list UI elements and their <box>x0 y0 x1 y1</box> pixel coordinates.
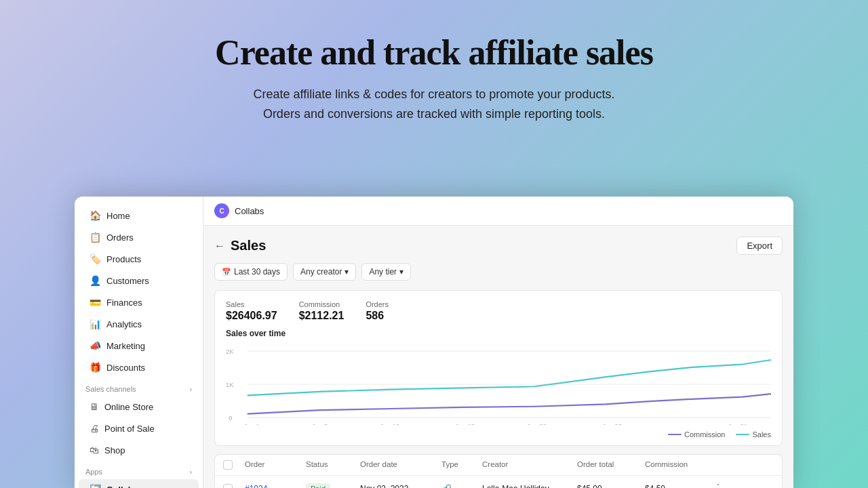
table-row: #1024 Paid Nov 02, 2023 🔗 Lella-Mae Hall… <box>215 476 782 488</box>
sidebar-item-orders[interactable]: 📋 Orders <box>79 227 199 247</box>
link-icon: 🔗 <box>441 484 452 489</box>
sidebar: 🏠 Home 📋 Orders 🏷️ Products 👤 Customers … <box>75 197 203 488</box>
sidebar-item-customers[interactable]: 👤 Customers <box>79 270 199 291</box>
sidebar-item-home[interactable]: 🏠 Home <box>79 205 199 226</box>
sidebar-item-products[interactable]: 🏷️ Products <box>79 249 199 269</box>
chart-title: Sales over time <box>226 329 771 338</box>
calendar-icon: 📅 <box>222 268 231 277</box>
products-icon: 🏷️ <box>90 253 101 264</box>
discounts-icon: 🎁 <box>90 362 101 373</box>
sidebar-item-shop[interactable]: 🛍 Shop <box>79 440 199 460</box>
svg-text:Jun 10: Jun 10 <box>380 422 399 425</box>
row-checkbox[interactable] <box>223 484 233 489</box>
page-title: Sales <box>231 238 266 253</box>
finances-icon: 💳 <box>90 297 101 308</box>
apps-section: Apps › <box>75 461 203 479</box>
chart-container: 2K 1K 0 Jun 1 Jun 5 Jun 10 Jun 15 Jun 20 <box>226 344 771 439</box>
apps-chevron-icon: › <box>190 468 192 476</box>
svg-text:2K: 2K <box>226 348 234 355</box>
order-type: 🔗 <box>441 484 482 489</box>
customers-icon: 👤 <box>90 275 101 286</box>
stat-orders: Orders 586 <box>366 300 389 322</box>
stat-sales: Sales $26406.97 <box>226 300 277 322</box>
svg-text:Jun 15: Jun 15 <box>456 422 475 425</box>
collabs-icon: 🔄 <box>90 484 101 488</box>
stat-commission: Commission $2112.21 <box>299 300 344 322</box>
chevron-right-icon: › <box>190 386 192 393</box>
commission-legend-dot <box>668 434 682 435</box>
svg-text:1K: 1K <box>226 381 234 388</box>
legend-sales: Sales <box>736 430 771 439</box>
order-id[interactable]: #1024 <box>245 484 306 489</box>
sidebar-item-marketing[interactable]: 📣 Marketing <box>79 336 199 356</box>
commission-label: Commission <box>299 300 344 308</box>
sales-legend-dot <box>736 434 749 435</box>
creator-filter[interactable]: Any creator ▾ <box>293 263 356 281</box>
stats-card: Sales $26406.97 Commission $2112.21 Orde… <box>214 290 783 446</box>
chevron-down-icon: ▾ <box>344 267 349 277</box>
hero-title: Create and track affiliate sales <box>14 33 854 73</box>
shop-icon: 🛍 <box>90 445 99 455</box>
point-of-sale-icon: 🖨 <box>90 423 99 434</box>
row-more-menu[interactable]: ⋮ <box>713 482 729 488</box>
row-checkbox-cell <box>223 484 245 489</box>
tier-chevron-icon: ▾ <box>399 267 403 277</box>
sidebar-item-online-store[interactable]: 🖥 Online Store <box>79 396 199 417</box>
svg-text:Jun 1: Jun 1 <box>243 422 259 425</box>
marketing-icon: 📣 <box>90 340 101 351</box>
topbar-app-name: Collabs <box>235 206 264 216</box>
back-button[interactable]: ← <box>214 240 225 252</box>
commission-value: $2112.21 <box>299 310 344 322</box>
order-creator: Lella-Mae Halliday <box>482 484 577 489</box>
svg-text:Jun 5: Jun 5 <box>312 422 328 425</box>
orders-table: Order Status Order date Type Creator Ord… <box>214 454 783 488</box>
select-all-checkbox[interactable] <box>223 460 233 470</box>
analytics-icon: 📊 <box>90 319 101 329</box>
sidebar-item-discounts[interactable]: 🎁 Discounts <box>79 357 199 378</box>
order-commission: $4.50 <box>645 484 713 489</box>
date-range-filter[interactable]: 📅 Last 30 days <box>214 263 288 281</box>
filters-row: 📅 Last 30 days Any creator ▾ Any tier ▾ <box>214 263 783 281</box>
export-button[interactable]: Export <box>736 237 783 255</box>
main-content: C Collabs ← Sales Export 📅 Last 30 days <box>203 197 793 488</box>
content-area: ← Sales Export 📅 Last 30 days Any creato… <box>203 226 793 488</box>
online-store-icon: 🖥 <box>90 401 99 412</box>
select-all-header <box>223 460 245 470</box>
svg-text:Jun 25: Jun 25 <box>602 422 622 425</box>
app-logo: C <box>214 203 229 218</box>
sidebar-item-point-of-sale[interactable]: 🖨 Point of Sale <box>79 418 199 439</box>
orders-value: 586 <box>366 310 389 322</box>
tier-filter[interactable]: Any tier ▾ <box>361 263 411 281</box>
order-status: Paid <box>306 483 360 489</box>
sales-title-row: ← Sales <box>214 238 266 253</box>
topbar: C Collabs <box>203 197 793 226</box>
svg-text:Jun 20: Jun 20 <box>527 422 547 425</box>
home-icon: 🏠 <box>90 210 101 221</box>
sidebar-item-analytics[interactable]: 📊 Analytics <box>79 314 199 334</box>
sales-channels-section: Sales channels › <box>75 378 203 396</box>
hero-subtitle: Create affiliate links & codes for creat… <box>14 85 854 124</box>
svg-text:Jun 31: Jun 31 <box>728 422 748 425</box>
orders-icon: 📋 <box>90 232 101 243</box>
legend-commission: Commission <box>668 430 726 439</box>
sales-value: $26406.97 <box>226 310 277 322</box>
sales-label: Sales <box>226 300 277 308</box>
app-window: 🏠 Home 📋 Orders 🏷️ Products 👤 Customers … <box>75 197 793 488</box>
order-total: $45.00 <box>577 484 645 489</box>
sidebar-item-collabs[interactable]: 🔄 Collabs <box>79 479 199 488</box>
status-badge: Paid <box>306 483 330 489</box>
chart-svg: 2K 1K 0 Jun 1 Jun 5 Jun 10 Jun 15 Jun 20 <box>226 344 771 425</box>
hero-section: Create and track affiliate sales Create … <box>0 0 868 144</box>
stats-row: Sales $26406.97 Commission $2112.21 Orde… <box>226 300 771 322</box>
chart-legend: Commission Sales <box>226 430 771 439</box>
order-date: Nov 02, 2023 <box>360 484 441 489</box>
orders-label: Orders <box>366 300 389 308</box>
table-header: Order Status Order date Type Creator Ord… <box>215 455 782 476</box>
sidebar-item-finances[interactable]: 💳 Finances <box>79 292 199 312</box>
svg-text:0: 0 <box>229 414 232 422</box>
sales-header: ← Sales Export <box>214 237 783 255</box>
